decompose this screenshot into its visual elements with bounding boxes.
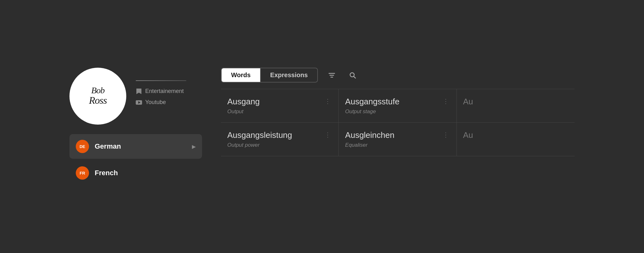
toolbar: Words Expressions: [221, 68, 575, 89]
word-truncated-1: Au: [463, 97, 473, 107]
word-cell-truncated-2: Au: [457, 123, 575, 156]
svg-line-3: [354, 76, 355, 78]
more-options-ausgleinchen[interactable]: ⋮: [441, 130, 450, 139]
svg-text:Ross: Ross: [89, 95, 107, 106]
word-ausgangsleistung: Ausgangsleistung: [227, 130, 292, 140]
more-options-ausgang[interactable]: ⋮: [323, 97, 332, 106]
translation-ausgangsleistung: Output power: [227, 142, 292, 148]
translation-ausgleinchen: Equaliser: [345, 142, 394, 148]
profile-info: Entertainement Youtube: [136, 68, 186, 106]
words-grid: Ausgang Output ⋮ Ausgangsstufe Output st…: [221, 89, 575, 156]
tab-group: Words Expressions: [221, 68, 318, 83]
search-button[interactable]: [346, 68, 360, 82]
translation-ausgang: Output: [227, 108, 260, 115]
profile-logo: Bob Ross: [76, 82, 120, 110]
word-ausgangsstufe: Ausgangsstufe: [345, 97, 399, 107]
category-row: Entertainement: [136, 88, 186, 95]
profile-section: Bob Ross Entertainement You: [69, 68, 186, 125]
word-cell-truncated-1: Au: [457, 89, 575, 123]
tab-expressions[interactable]: Expressions: [260, 68, 317, 82]
main-container: Bob Ross Entertainement You: [69, 68, 575, 185]
word-cell-ausgangsstufe: Ausgangsstufe Output stage ⋮: [339, 89, 456, 123]
more-options-ausgangsleistung[interactable]: ⋮: [323, 130, 332, 139]
word-truncated-2: Au: [463, 130, 473, 140]
word-cell-ausgang: Ausgang Output ⋮: [221, 89, 339, 123]
lang-badge-fr: FR: [76, 166, 89, 180]
language-list: DE German ▶ FR French: [69, 134, 202, 185]
lang-badge-de: DE: [76, 140, 89, 153]
lang-name-french: French: [95, 169, 196, 177]
svg-text:Bob: Bob: [91, 85, 105, 95]
youtube-icon: [136, 100, 142, 105]
language-item-german[interactable]: DE German ▶: [69, 134, 202, 159]
right-panel: Words Expressions Ausgang Ou: [221, 68, 575, 156]
platform-label: Youtube: [145, 99, 166, 106]
more-options-ausgangsstufe[interactable]: ⋮: [441, 97, 450, 106]
translation-ausgangsstufe: Output stage: [345, 108, 399, 115]
word-cell-ausgangsleistung: Ausgangsleistung Output power ⋮: [221, 123, 339, 156]
word-ausgang: Ausgang: [227, 97, 260, 107]
filter-button[interactable]: [325, 68, 339, 82]
entertainment-icon: [136, 89, 141, 94]
lang-name-german: German: [95, 142, 186, 151]
platform-row: Youtube: [136, 99, 186, 106]
language-item-french[interactable]: FR French: [69, 161, 202, 185]
left-panel: Bob Ross Entertainement You: [69, 68, 202, 185]
youtube-icon-wrap: [136, 99, 142, 106]
profile-divider: [136, 80, 186, 81]
avatar: Bob Ross: [69, 68, 126, 125]
word-ausgleinchen: Ausgleinchen: [345, 130, 394, 140]
category-label: Entertainement: [145, 88, 184, 95]
chevron-right-icon: ▶: [192, 144, 196, 150]
category-icon: [136, 88, 142, 95]
word-cell-ausgleinchen: Ausgleinchen Equaliser ⋮: [339, 123, 456, 156]
tab-words[interactable]: Words: [222, 68, 260, 82]
